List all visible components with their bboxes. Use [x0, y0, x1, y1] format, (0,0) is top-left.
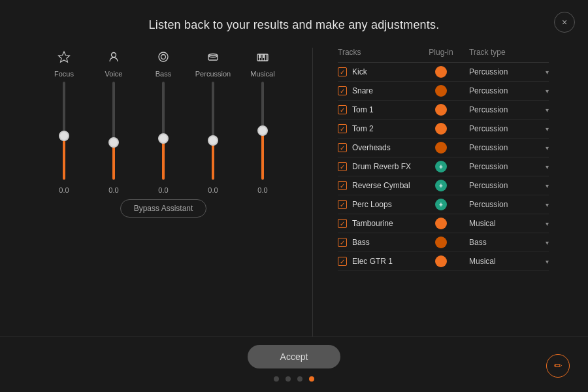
plugin-dot-7: + [435, 199, 447, 210]
track-name-1: Snare [352, 86, 418, 95]
track-type-2: Percussion ▾ [464, 105, 549, 114]
tracks-header: Tracks Plug-in Track type [338, 48, 549, 63]
pagination-dots [274, 376, 314, 382]
track-type-5: Percussion ▾ [464, 162, 549, 171]
voice-fader-handle[interactable] [108, 137, 119, 148]
panel-divider [312, 48, 313, 336]
track-checkbox-7[interactable] [338, 200, 347, 209]
voice-icon [107, 48, 120, 66]
faders-row: Focus 0.0 Voice 0.0 Bass [42, 48, 285, 191]
bass-fader-track[interactable] [155, 82, 171, 180]
track-name-3: Tom 2 [352, 124, 418, 133]
percussion-icon [206, 48, 220, 66]
track-type-6: Percussion ▾ [464, 181, 549, 190]
type-dropdown-6[interactable]: ▾ [546, 182, 549, 189]
type-dropdown-7[interactable]: ▾ [546, 201, 549, 208]
percussion-label: Percussion [195, 70, 231, 78]
type-col-header: Track type [464, 48, 549, 57]
track-name-10: Elec GTR 1 [352, 257, 418, 266]
track-row: Kick Percussion ▾ [338, 63, 549, 82]
close-button[interactable]: × [554, 12, 575, 33]
track-plugin-2 [418, 104, 464, 116]
track-checkbox-8[interactable] [338, 219, 347, 228]
type-dropdown-1[interactable]: ▾ [546, 88, 549, 95]
voice-value: 0.0 [108, 186, 118, 194]
musical-value: 0.0 [257, 186, 267, 194]
track-checkbox-3[interactable] [338, 124, 347, 133]
type-dropdown-4[interactable]: ▾ [546, 144, 549, 152]
type-dropdown-10[interactable]: ▾ [546, 258, 549, 265]
percussion-fader-track[interactable] [205, 82, 221, 180]
type-dropdown-9[interactable]: ▾ [546, 239, 549, 246]
plugin-dot-9 [435, 237, 447, 248]
pagination-dot-0[interactable] [274, 376, 279, 382]
type-dropdown-5[interactable]: ▾ [546, 163, 549, 171]
track-plugin-9 [418, 237, 464, 248]
svg-rect-4 [208, 56, 218, 60]
track-plugin-5: + [418, 161, 464, 172]
plugin-dot-8 [435, 218, 447, 229]
edit-button[interactable]: ✏ [546, 354, 570, 378]
track-checkbox-1[interactable] [338, 86, 347, 95]
pagination-dot-1[interactable] [286, 376, 291, 382]
track-plugin-7: + [418, 199, 464, 210]
plugin-col-header: Plug-in [418, 48, 464, 57]
percussion-fader-handle[interactable] [208, 135, 218, 146]
plugin-dot-2 [435, 104, 447, 116]
fader-voice: Voice 0.0 [91, 48, 136, 194]
bass-label: Bass [155, 70, 171, 78]
pagination-dot-2[interactable] [297, 376, 302, 382]
track-plugin-6: + [418, 180, 464, 191]
track-checkbox-10[interactable] [338, 257, 347, 266]
plugin-dot-5: + [435, 161, 447, 172]
musical-fader-track[interactable] [255, 82, 270, 180]
track-checkbox-2[interactable] [338, 105, 347, 114]
track-row: Elec GTR 1 Musical ▾ [338, 252, 549, 271]
bypass-assistant-button[interactable]: Bypass Assistant [120, 199, 207, 218]
plugin-dot-10 [435, 255, 447, 267]
main-content: Focus 0.0 Voice 0.0 Bass [0, 48, 588, 336]
accept-button[interactable]: Accept [248, 345, 341, 368]
voice-fader-track[interactable] [106, 82, 122, 180]
track-row: Snare Percussion ▾ [338, 82, 549, 101]
track-checkbox-5[interactable] [338, 162, 347, 171]
svg-point-3 [161, 55, 166, 59]
focus-fader-track[interactable] [56, 82, 72, 180]
track-name-8: Tambourine [352, 219, 418, 228]
musical-icon [256, 48, 269, 66]
bass-fader-handle[interactable] [158, 133, 169, 144]
type-dropdown-2[interactable]: ▾ [546, 106, 549, 114]
track-plugin-1 [418, 85, 464, 97]
focus-icon [57, 48, 71, 66]
track-checkbox-4[interactable] [338, 143, 347, 152]
plugin-dot-6: + [435, 180, 447, 191]
type-dropdown-0[interactable]: ▾ [546, 69, 549, 76]
faders-panel: Focus 0.0 Voice 0.0 Bass [39, 48, 287, 336]
track-type-8: Musical ▾ [464, 219, 549, 228]
musical-label: Musical [250, 70, 274, 78]
fader-focus: Focus 0.0 [42, 48, 86, 194]
svg-point-1 [112, 53, 116, 57]
voice-label: Voice [105, 70, 123, 78]
edit-icon: ✏ [554, 360, 563, 372]
track-plugin-0 [418, 66, 464, 78]
musical-fader-handle[interactable] [257, 125, 268, 136]
track-name-4: Overheads [352, 143, 418, 152]
track-row: Tom 1 Percussion ▾ [338, 101, 549, 120]
tracks-list: Kick Percussion ▾ Snare Percussion ▾ Tom… [338, 63, 549, 272]
track-checkbox-0[interactable] [338, 67, 347, 76]
fader-musical: Musical 0.0 [240, 48, 285, 194]
track-row: Reverse Cymbal + Percussion ▾ [338, 176, 549, 195]
track-type-10: Musical ▾ [464, 257, 549, 266]
page-title: Listen back to your results and make any… [149, 18, 440, 32]
track-type-1: Percussion ▾ [464, 86, 549, 95]
track-name-2: Tom 1 [352, 105, 418, 114]
track-checkbox-6[interactable] [338, 181, 347, 190]
focus-fader-handle[interactable] [59, 131, 69, 141]
track-name-5: Drum Reverb FX [352, 162, 418, 171]
pagination-dot-3[interactable] [309, 376, 314, 382]
track-checkbox-9[interactable] [338, 238, 347, 247]
close-icon: × [562, 17, 567, 27]
type-dropdown-8[interactable]: ▾ [546, 220, 549, 227]
type-dropdown-3[interactable]: ▾ [546, 125, 549, 133]
